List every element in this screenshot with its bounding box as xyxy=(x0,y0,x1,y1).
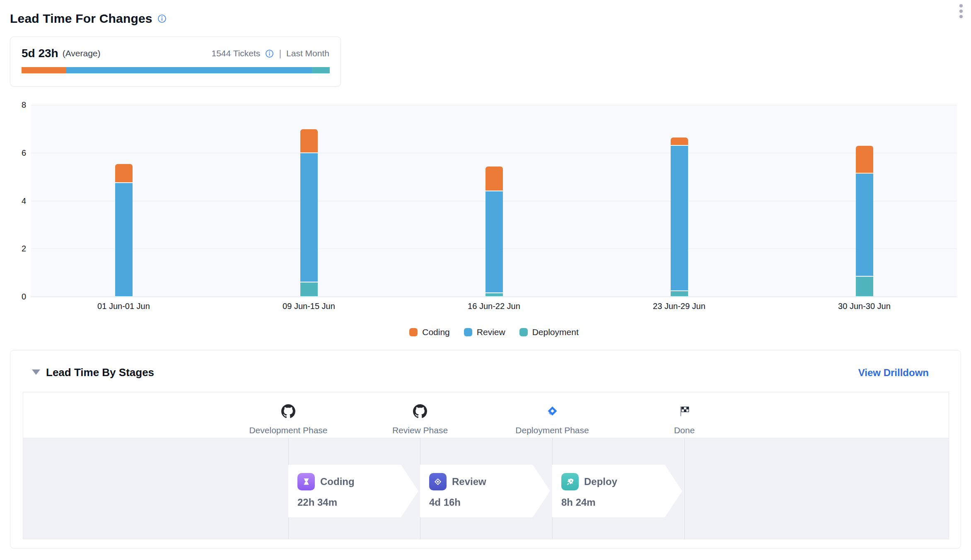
x-axis-label: 09 Jun-15 Jun xyxy=(243,302,375,311)
bar-segment-coding[interactable] xyxy=(300,129,318,152)
stacked-bar-16-jun-22-jun[interactable] xyxy=(485,167,503,296)
stage-card-label: Review xyxy=(452,476,486,488)
gridline-y8 xyxy=(31,105,957,105)
lead-time-dashboard: Lead Time For Changes 5d 23h (Average) 1… xyxy=(0,0,971,560)
stage-card-duration: 4d 16h xyxy=(429,497,550,508)
stages-panel-header: Lead Time By Stages View Drilldown xyxy=(10,350,961,392)
gridline-y0 xyxy=(31,297,957,297)
legend-item-coding[interactable]: Coding xyxy=(409,327,450,337)
stages-title: Lead Time By Stages xyxy=(46,366,154,379)
chart-legend: CodingReviewDeployment xyxy=(31,327,957,337)
stages-table: Development PhaseReview PhaseDeployment … xyxy=(23,392,949,539)
bar-segment-deployment[interactable] xyxy=(671,291,688,296)
jira-icon xyxy=(486,404,618,419)
collapse-triangle-icon[interactable] xyxy=(32,369,40,375)
view-drilldown-link[interactable]: View Drilldown xyxy=(858,367,929,379)
stage-card-duration: 8h 24m xyxy=(561,497,682,508)
stacked-bar-chart: 02468 xyxy=(31,105,957,297)
stacked-bar-09-jun-15-jun[interactable] xyxy=(300,129,318,296)
bar-segment-coding[interactable] xyxy=(671,138,688,145)
tickets-info-icon[interactable] xyxy=(265,49,274,58)
phase-deployment-phase: Deployment Phase xyxy=(486,392,618,435)
page-title: Lead Time For Changes xyxy=(10,12,152,26)
progress-segment-review xyxy=(66,67,312,73)
phase-label: Done xyxy=(618,425,751,435)
stage-card-coding[interactable]: Coding22h 34m xyxy=(288,465,418,517)
stage-card-review[interactable]: Review4d 16h xyxy=(420,465,550,517)
bar-segment-deployment[interactable] xyxy=(300,282,318,296)
legend-item-review[interactable]: Review xyxy=(464,327,505,337)
legend-swatch-icon xyxy=(464,328,472,336)
bar-segment-coding[interactable] xyxy=(856,146,873,173)
legend-label: Coding xyxy=(422,327,450,337)
y-tick-label: 6 xyxy=(7,148,26,157)
stage-card-label: Coding xyxy=(320,476,355,488)
legend-label: Review xyxy=(477,327,505,337)
legend-swatch-icon xyxy=(409,328,418,336)
bar-segment-coding[interactable] xyxy=(485,167,503,191)
x-axis-label: 16 Jun-22 Jun xyxy=(428,302,560,311)
bar-segment-deployment[interactable] xyxy=(485,293,503,296)
phase-label: Deployment Phase xyxy=(486,425,618,435)
phase-development-phase: Development Phase xyxy=(222,392,355,435)
lead-time-distribution-bar xyxy=(22,67,330,73)
bar-segment-review[interactable] xyxy=(300,153,318,282)
y-tick-label: 2 xyxy=(7,244,26,253)
bar-segment-deployment[interactable] xyxy=(856,277,873,296)
stage-card-deploy[interactable]: Deploy8h 24m xyxy=(552,465,682,517)
gridline-y6 xyxy=(31,153,957,153)
github-icon xyxy=(222,404,355,419)
y-tick-label: 0 xyxy=(7,292,26,302)
x-axis-label: 01 Jun-01 Jun xyxy=(58,302,190,311)
kebab-menu-icon[interactable] xyxy=(956,1,966,22)
stacked-bar-01-jun-01-jun[interactable] xyxy=(115,164,133,296)
phase-label: Development Phase xyxy=(222,425,355,435)
progress-segment-deployment xyxy=(312,67,330,73)
summary-card: 5d 23h (Average) 1544 Tickets | Last Mon… xyxy=(10,36,341,87)
legend-item-deployment[interactable]: Deployment xyxy=(519,327,579,337)
legend-label: Deployment xyxy=(532,327,579,337)
phase-done: Done xyxy=(618,392,751,435)
bar-segment-review[interactable] xyxy=(115,183,133,296)
lead-time-by-stages-panel: Lead Time By Stages View Drilldown Devel… xyxy=(10,350,961,549)
stacked-bar-23-jun-29-jun[interactable] xyxy=(671,138,688,296)
bar-segment-review[interactable] xyxy=(671,146,688,290)
tickets-count: 1544 Tickets xyxy=(211,48,260,58)
title-info-icon[interactable] xyxy=(157,14,167,23)
average-lead-time-value: 5d 23h xyxy=(22,47,58,60)
header: Lead Time For Changes xyxy=(10,12,961,26)
rocket-icon xyxy=(561,473,579,490)
stage-card-label: Deploy xyxy=(584,476,617,488)
stacked-bar-30-jun-30-jun[interactable] xyxy=(856,146,873,296)
x-axis-label: 23 Jun-29 Jun xyxy=(613,302,746,311)
hourglass-icon xyxy=(297,473,315,490)
y-tick-label: 4 xyxy=(7,196,26,205)
phase-label: Review Phase xyxy=(354,425,486,435)
separator: | xyxy=(279,48,281,59)
bar-segment-coding[interactable] xyxy=(115,164,133,182)
bar-segment-review[interactable] xyxy=(856,174,873,276)
y-tick-label: 8 xyxy=(7,100,26,110)
github-icon xyxy=(354,404,486,419)
column-divider xyxy=(684,438,685,539)
progress-segment-coding xyxy=(22,67,66,73)
stages-body: Coding22h 34mReview4d 16hDeploy8h 24m xyxy=(23,438,949,539)
bar-segment-review[interactable] xyxy=(485,191,503,292)
checkered-flag-icon xyxy=(618,404,751,419)
commit-icon xyxy=(429,473,447,490)
average-qualifier: (Average) xyxy=(63,48,101,58)
legend-swatch-icon xyxy=(519,328,528,336)
period-label: Last Month xyxy=(286,48,329,58)
x-axis-label: 30 Jun-30 Jun xyxy=(798,302,931,311)
phase-review-phase: Review Phase xyxy=(354,392,486,435)
stage-card-duration: 22h 34m xyxy=(297,497,418,508)
